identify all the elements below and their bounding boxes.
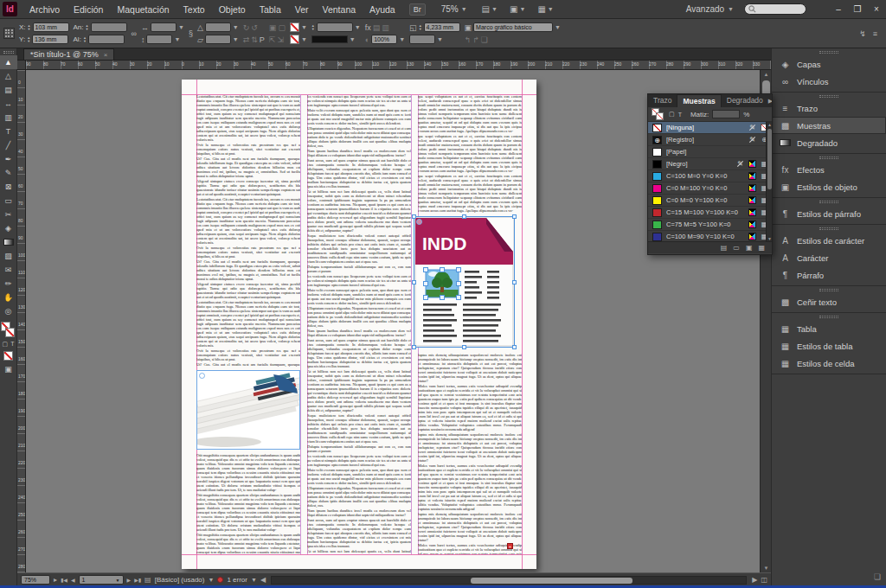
dock-button-estilos-de-objeto[interactable]: ▣Estilos de objeto [772,178,886,195]
dock-resize-grip[interactable]: ❏ [874,572,881,581]
dock-drag-handle[interactable] [772,286,886,293]
menu-tabla[interactable]: Tabla [253,0,288,19]
swatch-row[interactable]: C=100 M=90 Y=10 K=0▦ [648,231,772,241]
menu-maquetacion[interactable]: Maquetación [110,0,176,19]
scroll-left-icon[interactable]: ◀ [260,576,266,584]
preflight-profile[interactable]: [Básico] (usado) [155,576,205,584]
dock-drag-handle[interactable] [772,198,886,205]
frame-handle[interactable] [512,280,517,284]
dock-button-estilos-de-caracter[interactable]: AEstilos de carácter [772,232,886,249]
frame-handle[interactable] [412,214,416,219]
rotate-ccw-icon[interactable]: ↺ [251,23,258,32]
stroke-weight-stepper[interactable]: ▲▼ [311,24,315,31]
scissors-tool[interactable]: ✂ [0,208,17,221]
dock-button-parrafo[interactable]: ¶Párrafo [772,266,886,284]
y-stepper[interactable]: ▲▼ [27,36,30,43]
dock-button-tabla[interactable]: ▦Tabla [772,320,886,337]
frame-handle[interactable] [462,214,466,219]
delete-swatch-icon[interactable]: ▦ [758,244,765,252]
status-zoom-field[interactable]: 75% [21,575,50,585]
format-text-icon[interactable]: T [678,112,682,118]
content-grabber[interactable] [416,219,422,225]
select-container-icon[interactable]: ▣ [269,23,277,32]
chevron-down-icon[interactable]: ▼ [251,577,257,583]
chevron-down-icon[interactable]: ▼ [355,24,361,30]
zoom-level-dropdown[interactable]: 75%▼ [441,4,467,14]
dock-button-cenir-texto[interactable]: ▩Ceñir texto [772,293,886,310]
swatch-row[interactable]: [Negro]✎▦ [648,158,772,170]
swatch-row[interactable]: [Papel] [648,146,772,158]
page[interactable]: Lestotatibus utat. Git etur moluptatem f… [182,80,536,569]
screen-mode-button[interactable]: ▣ [0,362,17,376]
horizontal-scroll-thumb[interactable] [471,578,632,584]
text-frame-col3-top[interactable]: que sequi voluptatem es aut et et, earci… [418,94,522,214]
dock-button-vinculos[interactable]: ∞Vínculos [772,73,886,90]
new-swatch-icon[interactable]: ▣ [746,244,753,252]
direct-selection-tool[interactable]: △ [0,69,17,83]
swatch-library-icon[interactable]: ▤ [721,244,728,252]
menu-texto[interactable]: Texto [177,0,212,19]
next-page-button[interactable]: ▶ [127,577,132,583]
scale-x-field[interactable] [151,22,177,32]
chevron-down-icon[interactable]: ▼ [233,24,239,30]
content-grabber[interactable] [199,373,205,379]
undo-icon[interactable]: ↰ [465,35,472,44]
horizontal-ruler[interactable]: 9080706050403020100102030405060708090100… [26,61,771,70]
hand-tool[interactable]: ✋ [0,291,17,304]
swatch-row[interactable]: C=0 M=0 Y=100 K=0▦ [648,195,772,207]
stroke-weight-field[interactable] [317,22,353,32]
last-page-button[interactable]: ▶▮ [134,577,141,583]
dock-button-degradado[interactable]: Degradado [772,134,886,151]
palette-drag-handle[interactable] [3,51,14,54]
gradient-feather-tool[interactable]: ▨ [0,249,17,263]
tint-field[interactable] [712,110,740,118]
split-view-icon[interactable]: ◫ [761,576,767,584]
scroll-right-icon[interactable]: ▶ [752,576,757,584]
close-button[interactable]: × [867,0,886,19]
chevron-down-icon[interactable]: ▼ [301,24,307,30]
flip-horizontal-icon[interactable]: ⇄ [243,35,250,44]
status-flyout-icon[interactable]: ▸ [54,576,57,584]
vertical-ruler[interactable]: 0102030405060708090100110120130140150160… [17,70,26,572]
opacity-field[interactable]: 100% [371,35,397,44]
width-stepper[interactable]: ▲▼ [86,24,89,31]
object-style-dropdown[interactable]: Marco gráfico básico [473,22,553,32]
horizontal-scrollbar[interactable] [271,576,747,585]
gradient-tool[interactable] [0,235,17,249]
effects-fx-icon[interactable]: fx [365,23,371,32]
chevron-down-icon[interactable]: ▼ [555,24,561,30]
drop-shadow-icon[interactable]: ▤ [373,23,381,32]
page-tool[interactable]: ▤ [0,83,17,97]
rotate-cw-icon[interactable]: ↻ [243,23,250,32]
redo-icon[interactable]: ↱ [472,35,479,44]
screen-mode-button[interactable]: ▣▼ [510,4,525,14]
dock-button-caracter[interactable]: ACarácter [772,249,886,266]
frame-handle[interactable] [412,280,416,284]
height-stepper[interactable]: ▲▼ [83,36,87,43]
frame-handle[interactable] [462,345,466,349]
chevron-down-icon[interactable]: ▼ [399,36,405,42]
gap-tool[interactable]: ↔ [0,97,17,111]
height-field[interactable] [88,35,125,44]
type-tool[interactable]: T [0,125,17,138]
x-field[interactable]: 103 mm [33,22,69,32]
panel-tab-muestras[interactable]: Muestras [677,94,721,107]
chevron-down-icon[interactable]: ▼ [174,36,180,42]
frame-handle[interactable] [512,345,517,349]
bridge-button[interactable]: Br [409,3,426,16]
dock-drag-handle[interactable] [772,93,886,99]
menu-edicion[interactable]: Edición [67,0,110,19]
swatch-row[interactable]: C=75 M=5 Y=100 K=0▦ [648,219,772,231]
free-transform-tool[interactable]: ◈ [0,221,17,235]
stroke-color-swatch[interactable] [5,328,15,337]
content-collector-tool[interactable]: ▥ [0,111,17,125]
frame-handle[interactable] [412,345,416,349]
document-tab[interactable]: *Sin título-1 @ 75% × [23,48,114,60]
quick-apply-icon[interactable]: ↯ [859,29,866,38]
rectangle-tool[interactable]: ▭ [0,194,17,208]
dock-button-muestras[interactable]: ▩Muestras [772,117,886,134]
stroke-type-preview[interactable] [311,35,348,43]
pencil-tool[interactable]: ✎ [0,166,17,180]
menu-archivo[interactable]: Archivo [22,0,67,19]
swatch-row[interactable]: C=15 M=100 Y=100 K=0▦ [648,207,772,219]
